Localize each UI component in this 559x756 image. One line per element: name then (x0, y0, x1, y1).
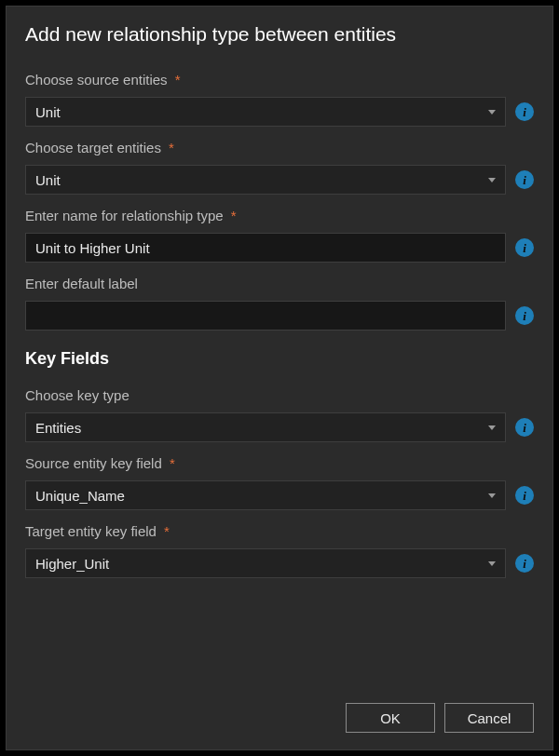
label-text: Choose target entities (25, 140, 161, 155)
input-row: Unit to Higher Unit (25, 233, 534, 263)
label-target-entities: Choose target entities * (25, 140, 534, 155)
label-text: Source entity key field (25, 455, 162, 471)
required-mark: * (231, 208, 237, 223)
label-target-key: Target entity key field * (25, 523, 534, 539)
cancel-button[interactable]: Cancel (444, 703, 534, 733)
select-value: Unit (35, 172, 61, 188)
select-key-type[interactable]: Entities (25, 412, 506, 442)
input-row: Unit (25, 97, 534, 127)
input-relationship-name[interactable]: Unit to Higher Unit (25, 233, 506, 263)
info-icon[interactable] (515, 238, 534, 257)
info-icon[interactable] (515, 418, 534, 437)
required-mark: * (164, 523, 170, 539)
select-value: Unit (35, 104, 61, 120)
dialog-footer: OK Cancel (25, 681, 534, 733)
label-source-key: Source entity key field * (25, 455, 534, 471)
required-mark: * (175, 72, 181, 88)
select-value: Entities (35, 420, 81, 436)
field-key-type: Choose key type Entities (25, 387, 534, 442)
label-key-type: Choose key type (25, 387, 534, 403)
input-row: Entities (25, 412, 534, 442)
ok-button[interactable]: OK (346, 703, 435, 733)
input-row: Unique_Name (25, 480, 534, 510)
heading-key-fields: Key Fields (25, 349, 534, 369)
field-source-key: Source entity key field * Unique_Name (25, 455, 534, 510)
select-source-key[interactable]: Unique_Name (25, 480, 506, 510)
field-default-label: Enter default label (25, 276, 534, 331)
select-target-entities[interactable]: Unit (25, 165, 506, 195)
form-area: Choose source entities * Unit Choose tar… (25, 72, 534, 681)
select-value: Unique_Name (35, 488, 125, 504)
input-row (25, 301, 534, 331)
input-value: Unit to Higher Unit (35, 240, 150, 256)
info-icon[interactable] (515, 102, 534, 121)
dialog-title: Add new relationship type between entiti… (25, 23, 534, 46)
field-target-entities: Choose target entities * Unit (25, 140, 534, 195)
info-icon[interactable] (515, 554, 534, 573)
input-row: Higher_Unit (25, 548, 534, 578)
select-target-key[interactable]: Higher_Unit (25, 548, 506, 578)
label-relationship-name: Enter name for relationship type * (25, 208, 534, 223)
label-text: Enter name for relationship type (25, 208, 224, 223)
info-icon[interactable] (515, 486, 534, 505)
label-default-label: Enter default label (25, 276, 534, 291)
label-text: Enter default label (25, 276, 138, 291)
info-icon[interactable] (515, 306, 534, 325)
dialog-add-relationship-type: Add new relationship type between entiti… (6, 6, 553, 750)
field-target-key: Target entity key field * Higher_Unit (25, 523, 534, 578)
info-icon[interactable] (515, 170, 534, 189)
input-default-label[interactable] (25, 301, 506, 331)
required-mark: * (169, 140, 174, 155)
field-relationship-name: Enter name for relationship type * Unit … (25, 208, 534, 263)
required-mark: * (170, 455, 175, 471)
select-source-entities[interactable]: Unit (25, 97, 506, 127)
field-source-entities: Choose source entities * Unit (25, 72, 534, 127)
input-row: Unit (25, 165, 534, 195)
label-text: Choose key type (25, 387, 130, 403)
select-value: Higher_Unit (35, 556, 109, 572)
label-text: Target entity key field (25, 523, 157, 539)
label-text: Choose source entities (25, 72, 168, 88)
label-source-entities: Choose source entities * (25, 72, 534, 88)
